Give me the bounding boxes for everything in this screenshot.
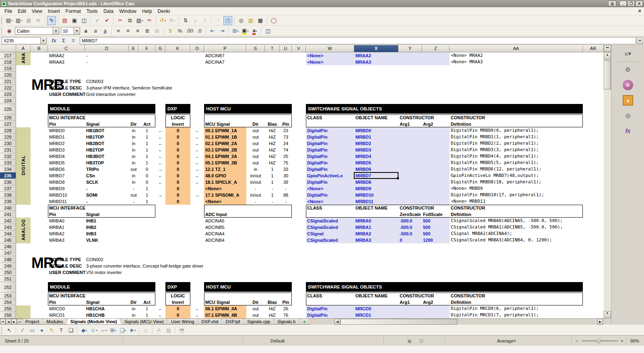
cell-K254[interactable]: Invert	[165, 299, 190, 305]
cell-G256[interactable]: ←	[155, 312, 165, 318]
cell-F232[interactable]: 1	[138, 153, 155, 160]
cell-C233[interactable]: MRBD5	[49, 160, 65, 166]
cell-AA255[interactable]: DigitalPin MRCD0(6, peripheral1);	[451, 305, 539, 312]
formula-bar-expand-icon[interactable]: ▼	[637, 37, 643, 44]
sheet-tab-6[interactable]: DXP.vhd	[197, 319, 223, 325]
name-box[interactable]: X235 ▼	[2, 37, 47, 44]
row-header-249[interactable]: 249	[0, 263, 16, 269]
cell-AA253[interactable]: CONSTRUCTOR	[451, 293, 485, 299]
menu-format[interactable]: Format	[63, 8, 84, 15]
dropdown-arrow-icon[interactable]: ▾	[164, 19, 165, 22]
column-header-X[interactable]: X	[354, 45, 398, 52]
cell-O231[interactable]: ←	[190, 147, 204, 153]
column-header-U[interactable]: U	[280, 45, 292, 52]
cell-P230[interactable]: 02.1 EPWM_2A	[205, 140, 237, 147]
cell-E229[interactable]: in	[129, 134, 138, 140]
callout-tool[interactable]: ❏	[66, 326, 75, 335]
scroll-up-icon[interactable]: ▲	[604, 52, 611, 60]
edit-mode-button[interactable]: ✎	[47, 16, 56, 25]
cell-D228[interactable]: HB1BOT	[86, 127, 104, 134]
justify-button[interactable]: ≣	[143, 27, 152, 35]
zoom-slider-handle[interactable]	[597, 338, 600, 343]
toolbar-grip[interactable]	[1, 27, 3, 35]
row-header-241[interactable]: 241	[0, 211, 16, 218]
background-color-button[interactable]: ▣▾	[241, 27, 250, 35]
print-button[interactable]: ▣	[70, 16, 79, 25]
cell-Z244[interactable]: 500	[423, 230, 430, 237]
cell-Z245[interactable]: 1200	[423, 237, 433, 243]
cell-F254[interactable]: Act	[138, 299, 155, 305]
cell-X255[interactable]: MRCD0	[355, 305, 371, 312]
cell-E230[interactable]: in	[129, 140, 138, 147]
cell-U228[interactable]: 23	[280, 127, 292, 134]
cell-E236[interactable]: in	[129, 179, 138, 185]
row-header-251[interactable]: 251	[0, 276, 16, 282]
cell-W234[interactable]: DigitalPin	[307, 166, 328, 172]
column-header-K[interactable]: K	[165, 45, 190, 52]
align-left-button[interactable]: ≡	[114, 27, 123, 35]
cell-P245[interactable]: ADCINB4	[205, 237, 225, 243]
cell-S235[interactable]: in/out	[246, 172, 265, 179]
dropdown-arrow-icon[interactable]: ▾	[115, 329, 116, 332]
gallery-button[interactable]: ▨	[246, 16, 255, 25]
sort-ascending-button[interactable]: ↓	[191, 16, 200, 25]
close-document-icon[interactable]: ✕	[638, 8, 642, 14]
cell-G234[interactable]: →	[155, 166, 165, 172]
sheet-tab-7[interactable]: DXP.lpf	[221, 319, 244, 325]
row-header-243[interactable]: 243	[0, 224, 16, 230]
column-header-S[interactable]: S	[246, 45, 265, 52]
cell-K232[interactable]: 0	[165, 153, 190, 160]
row-header-242[interactable]: 242	[0, 218, 16, 224]
menu-file[interactable]: File	[2, 8, 15, 15]
cell-C244[interactable]: MRBA2	[49, 230, 64, 237]
cell-D234[interactable]: TRIPn	[86, 166, 99, 172]
cell-K236[interactable]: 0	[165, 179, 190, 185]
cell-O234[interactable]: →	[190, 166, 204, 172]
cell-D244[interactable]: IHB3	[86, 230, 96, 237]
cell-Y242[interactable]: -500.0	[400, 218, 412, 224]
cell-P217[interactable]: ADCINB7	[205, 52, 225, 59]
cell-W239[interactable]: <None>	[307, 198, 323, 205]
cell-Y227[interactable]: Arg1	[400, 121, 410, 127]
cell-D232[interactable]: HB3BOT	[86, 153, 104, 160]
cell-AA254[interactable]: Definition	[451, 299, 471, 305]
cell-C238[interactable]: MRBD10	[49, 192, 67, 198]
auto-spellcheck-button[interactable]: ✔	[103, 16, 111, 25]
basic-shapes-tool[interactable]: ◆▾	[80, 326, 89, 335]
sort-button[interactable]: ⇅	[181, 16, 190, 25]
sheet-tab-5[interactable]: User Wiring	[167, 319, 198, 325]
column-header-AA[interactable]: AA	[450, 45, 583, 52]
cell-F231[interactable]: 1	[138, 147, 155, 153]
cell-C232[interactable]: MRBD4	[49, 153, 65, 160]
paste-button[interactable]: ▧▾	[135, 16, 144, 25]
cell-C217[interactable]: MRAA2	[49, 52, 64, 59]
row-header-225[interactable]: 225	[0, 104, 16, 114]
cell-C255[interactable]: MRCD0	[49, 305, 65, 312]
cell-P232[interactable]: 04.1 EPWM_3A	[205, 153, 237, 160]
sheet-tab-9[interactable]: Signals.h	[273, 319, 300, 325]
cell-D255[interactable]: HB1CHA	[86, 305, 105, 312]
row-header-217[interactable]: 217	[0, 52, 16, 59]
minimize-button[interactable]: _	[619, 1, 627, 6]
cell-X244[interactable]: MRBA2	[355, 230, 371, 237]
scroll-left-icon[interactable]: ◀	[334, 319, 340, 325]
horizontal-scroll-thumb[interactable]	[341, 319, 457, 325]
row-header-228[interactable]: 228	[0, 127, 16, 134]
cell-E255[interactable]: in	[129, 305, 138, 312]
cell-P254[interactable]: MCU Signal	[205, 299, 230, 305]
cell-S230[interactable]: out	[246, 140, 265, 147]
cell-X217[interactable]: MRAA2	[355, 52, 371, 59]
cell-O235[interactable]: ←	[190, 172, 204, 179]
cell-X236[interactable]: MRBD8	[355, 179, 371, 185]
cell-D242[interactable]: IHB1	[86, 218, 96, 224]
cell-C228[interactable]: MRBD0	[49, 127, 65, 134]
cell-C230[interactable]: MRBD2	[49, 140, 65, 147]
align-center-button[interactable]: ≡	[124, 27, 132, 35]
cell-X242[interactable]: MRBA0	[355, 218, 371, 224]
cell-Z241[interactable]: FullScale	[423, 211, 442, 218]
cell-U237[interactable]: -	[280, 185, 292, 192]
cell-P243[interactable]: ADCINB5	[205, 224, 225, 230]
cell-C245[interactable]: MRBA3	[49, 237, 64, 243]
cell-G232[interactable]: ←	[155, 153, 165, 160]
cell-W230[interactable]: DigitalPin	[307, 140, 328, 147]
